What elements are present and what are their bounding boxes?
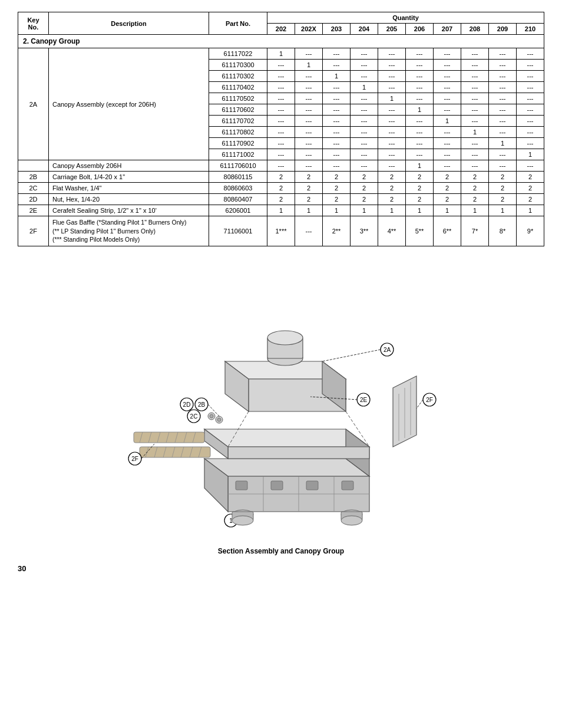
desc-cell-2c: Flat Washer, 1/4" bbox=[48, 183, 209, 194]
svg-point-47 bbox=[217, 418, 221, 421]
section-header-row: 2. Canopy Group bbox=[18, 35, 544, 48]
col-206: 206 bbox=[405, 24, 433, 35]
col-207: 207 bbox=[433, 24, 461, 35]
col-202x: 202X bbox=[295, 24, 322, 35]
part-no-cell: 611170300 bbox=[209, 60, 267, 71]
svg-point-21 bbox=[267, 331, 303, 345]
svg-rect-13 bbox=[306, 481, 318, 490]
parts-table: KeyNo. Description Part No. Quantity 202… bbox=[18, 12, 544, 246]
col-204: 204 bbox=[350, 24, 378, 35]
table-row: 2C Flat Washer, 1/4" 80860603 2 2 2 2 2 … bbox=[18, 183, 544, 194]
part-no-cell: 611170902 bbox=[209, 138, 267, 149]
diagram-caption: Section Assembly and Canopy Group bbox=[18, 547, 544, 555]
key-cell-2c: 2C bbox=[18, 183, 49, 194]
part-no-cell: 611170602 bbox=[209, 104, 267, 116]
furnace-body bbox=[204, 429, 369, 512]
part-no-cell: 611170402 bbox=[209, 82, 267, 93]
key-no-header: KeyNo. bbox=[18, 12, 49, 35]
svg-text:2F: 2F bbox=[426, 397, 433, 403]
svg-marker-0 bbox=[204, 459, 369, 476]
table-row: Canopy Assembly 206H 6111706010 --- --- … bbox=[18, 160, 544, 172]
qty-207: --- bbox=[433, 48, 461, 60]
svg-rect-32 bbox=[140, 447, 210, 457]
part-no-cell: 611170302 bbox=[209, 71, 267, 82]
key-cell-2f: 2F bbox=[18, 216, 49, 246]
svg-rect-11 bbox=[236, 481, 247, 490]
key-cell-2d: 2D bbox=[18, 194, 49, 205]
part-no-cell: 80860407 bbox=[209, 194, 267, 205]
diagram-area: 2A 2B 2C 2D 2E 2F 2F 1 bbox=[18, 258, 544, 555]
desc-cell-2d: Nut, Hex, 1/4-20 bbox=[48, 194, 209, 205]
table-header-row: KeyNo. Description Part No. Quantity bbox=[18, 12, 544, 24]
svg-text:2D: 2D bbox=[183, 401, 191, 408]
qty-206: --- bbox=[405, 48, 433, 60]
qty-202x: --- bbox=[295, 48, 322, 60]
svg-text:2E: 2E bbox=[360, 397, 368, 403]
table-row: 2D Nut, Hex, 1/4-20 80860407 2 2 2 2 2 2… bbox=[18, 194, 544, 205]
qty-209: --- bbox=[488, 48, 516, 60]
qty-205: --- bbox=[378, 48, 405, 60]
svg-text:2B: 2B bbox=[198, 401, 206, 408]
svg-point-72 bbox=[232, 516, 253, 525]
svg-marker-3 bbox=[204, 429, 369, 447]
svg-text:2C: 2C bbox=[190, 413, 198, 420]
quantity-header: Quantity bbox=[267, 12, 544, 24]
svg-line-50 bbox=[322, 350, 381, 361]
qty-202: 1 bbox=[267, 48, 295, 60]
col-205: 205 bbox=[378, 24, 405, 35]
part-no-cell: 71106001 bbox=[209, 216, 267, 246]
svg-point-45 bbox=[210, 414, 213, 418]
description-header: Description bbox=[48, 12, 209, 35]
col-202: 202 bbox=[267, 24, 295, 35]
part-no-cell: 6111706010 bbox=[209, 160, 267, 172]
table-row: 2A Canopy Assembly (except for 206H) 611… bbox=[18, 48, 544, 60]
col-209: 209 bbox=[488, 24, 516, 35]
hardware-components bbox=[208, 413, 223, 423]
svg-rect-24 bbox=[134, 432, 204, 443]
part-no-cell: 80860115 bbox=[209, 172, 267, 183]
table-row: 2B Carriage Bolt, 1/4-20 x 1" 80860115 2… bbox=[18, 172, 544, 183]
assembly-diagram: 2A 2B 2C 2D 2E 2F 2F 1 bbox=[98, 258, 464, 541]
key-cell-2a: 2A bbox=[18, 48, 49, 160]
part-no-cell: 80860603 bbox=[209, 183, 267, 194]
part-no-cell: 61117022 bbox=[209, 48, 267, 60]
flue-baffle-right bbox=[393, 376, 416, 447]
svg-line-66 bbox=[416, 400, 423, 409]
part-no-cell: 6206001 bbox=[209, 205, 267, 216]
key-cell-2b: 2B bbox=[18, 172, 49, 183]
svg-rect-14 bbox=[342, 481, 353, 490]
qty-203: --- bbox=[322, 48, 350, 60]
desc-cell-206h: Canopy Assembly 206H bbox=[48, 160, 209, 172]
part-no-cell: 611170502 bbox=[209, 93, 267, 104]
part-no-cell: 611171002 bbox=[209, 149, 267, 160]
desc-cell-2b: Carriage Bolt, 1/4-20 x 1" bbox=[48, 172, 209, 183]
key-cell-blank bbox=[18, 160, 49, 172]
desc-cell-2e: Cerafelt Sealing Strip, 1/2" x 1" x 10' bbox=[48, 205, 209, 216]
svg-rect-12 bbox=[271, 481, 283, 490]
sealing-strips-left bbox=[134, 432, 210, 457]
qty-208: --- bbox=[461, 48, 488, 60]
key-cell-2e: 2E bbox=[18, 205, 49, 216]
table-row: 2F Flue Gas Baffle (*Standing Pilot 1" B… bbox=[18, 216, 544, 246]
svg-marker-5 bbox=[228, 447, 369, 459]
desc-cell-2a: Canopy Assembly (except for 206H) bbox=[48, 48, 209, 160]
table-row: 2E Cerafelt Sealing Strip, 1/2" x 1" x 1… bbox=[18, 205, 544, 216]
qty-204: --- bbox=[350, 48, 378, 60]
svg-text:2F: 2F bbox=[131, 456, 138, 462]
desc-cell-2f: Flue Gas Baffle (*Standing Pilot 1" Burn… bbox=[48, 216, 209, 246]
part-no-cell: 611170802 bbox=[209, 127, 267, 138]
col-210: 210 bbox=[516, 24, 544, 35]
col-208: 208 bbox=[461, 24, 488, 35]
col-203: 203 bbox=[322, 24, 350, 35]
part-no-header: Part No. bbox=[209, 12, 267, 35]
qty-210: --- bbox=[516, 48, 544, 60]
page-number: 30 bbox=[18, 564, 544, 573]
section-title: 2. Canopy Group bbox=[18, 35, 544, 48]
svg-point-75 bbox=[341, 516, 362, 525]
svg-text:2A: 2A bbox=[384, 347, 391, 353]
page-wrapper: KeyNo. Description Part No. Quantity 202… bbox=[18, 12, 544, 573]
part-no-cell: 611170702 bbox=[209, 116, 267, 127]
